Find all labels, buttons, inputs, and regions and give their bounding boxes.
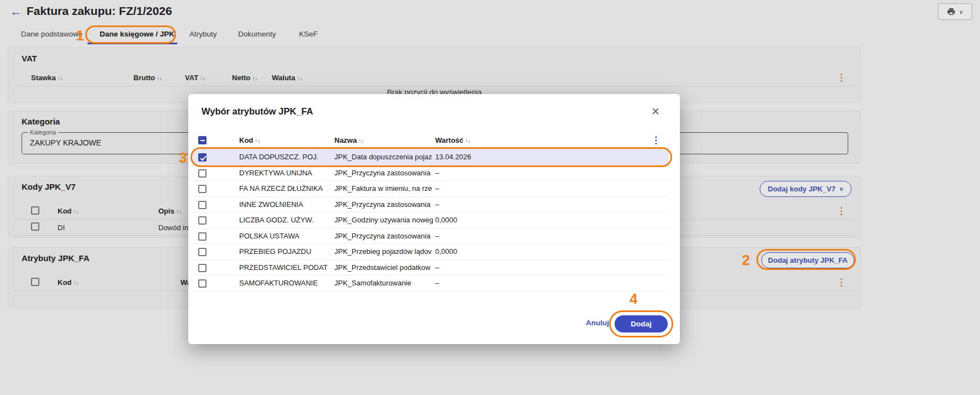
column-label: Kod: [239, 136, 253, 144]
attribute-row[interactable]: SAMOFAKTUROWANIE JPK_Samofakturowanie –: [193, 276, 669, 292]
row-checkbox[interactable]: [198, 264, 207, 272]
cell-kod: INNE ZWOLNIENIA: [239, 197, 332, 213]
column-label: Nazwa: [334, 136, 357, 144]
dialog-table-header: Kod↑↓ Nazwa↑↓ Wartość↑↓ ⋮: [193, 132, 669, 149]
cell-wartosc: –: [435, 276, 439, 292]
cell-wartosc: –: [435, 165, 439, 181]
cell-nazwa: JPK_Przyczyna zastosowania: [334, 165, 433, 181]
attribute-row[interactable]: FA NA RZECZ DŁUŻNIKA JPK_Faktura w imien…: [193, 181, 669, 197]
cell-kod: FA NA RZECZ DŁUŻNIKA: [239, 181, 332, 197]
attribute-row[interactable]: DYREKTYWA UNIJNA JPK_Przyczyna zastosowa…: [193, 165, 669, 181]
cell-kod: LICZBA GODZ. UŻYW.: [239, 212, 332, 228]
close-icon[interactable]: ✕: [651, 105, 660, 118]
row-checkbox[interactable]: [198, 185, 207, 193]
cell-wartosc: –: [435, 228, 439, 245]
select-all-checkbox[interactable]: [198, 136, 207, 144]
sort-icon: ↑↓: [465, 138, 471, 144]
row-checkbox[interactable]: [198, 153, 207, 162]
cell-kod: POLSKA USTAWA: [239, 228, 332, 245]
sort-icon: ↑↓: [358, 138, 364, 144]
cell-nazwa: JPK_Przyczyna zastosowania: [334, 228, 433, 245]
attribute-row[interactable]: DATA DOPUSZCZ. POJ. JPK_Data dopuszczeni…: [193, 149, 669, 165]
cell-wartosc: 0,0000: [435, 212, 457, 228]
cell-kod: DATA DOPUSZCZ. POJ.: [239, 149, 332, 165]
cell-kod: PRZEBIEG POJAZDU: [239, 244, 332, 260]
screen: ← Faktura zakupu: FZ/1/2026 ∨ Dane podst…: [0, 0, 980, 395]
cell-wartosc: 0,0000: [435, 244, 457, 260]
attribute-row[interactable]: LICZBA GODZ. UŻYW. JPK_Godziny używania …: [193, 212, 669, 228]
attribute-row[interactable]: PRZEDSTAWICIEL PODAT JPK_Przedstawiciel …: [193, 260, 669, 276]
cell-nazwa: JPK_Przedstawiciel podatkow: [334, 260, 433, 276]
cell-kod: SAMOFAKTUROWANIE: [239, 276, 332, 292]
attribute-row[interactable]: PRZEBIEG POJAZDU JPK_Przebieg pojazdów l…: [193, 244, 669, 260]
attribute-row[interactable]: POLSKA USTAWA JPK_Przyczyna zastosowania…: [193, 228, 669, 245]
cell-wartosc: –: [435, 197, 439, 213]
cell-kod: DYREKTYWA UNIJNA: [239, 165, 332, 181]
cell-nazwa: JPK_Przyczyna zastosowania: [334, 197, 433, 213]
cell-wartosc: –: [435, 181, 439, 197]
dodaj-submit-button[interactable]: Dodaj: [615, 315, 668, 332]
cell-nazwa: JPK_Faktura w imieniu, na rze: [334, 181, 433, 197]
attribute-row[interactable]: INNE ZWOLNIENIA JPK_Przyczyna zastosowan…: [193, 197, 669, 213]
row-checkbox[interactable]: [198, 169, 207, 178]
column-header-wartosc[interactable]: Wartość↑↓: [435, 136, 471, 144]
dialog-table-menu-icon[interactable]: ⋮: [651, 134, 661, 146]
row-checkbox[interactable]: [198, 232, 207, 241]
row-checkbox[interactable]: [198, 201, 207, 209]
cancel-button[interactable]: Anuluj: [586, 319, 609, 327]
dialog-title: Wybór atrybutów JPK_FA: [202, 106, 313, 117]
cell-nazwa: JPK_Przebieg pojazdów lądov: [334, 244, 433, 260]
cell-nazwa: JPK_Data dopuszczenia pojaz: [334, 149, 433, 165]
column-header-kod[interactable]: Kod↑↓: [239, 136, 260, 144]
cell-nazwa: JPK_Godziny używania noweg: [334, 212, 433, 228]
cell-wartosc: 13.04.2026: [435, 149, 471, 165]
row-checkbox[interactable]: [198, 216, 207, 225]
sort-icon: ↑↓: [255, 138, 260, 144]
cell-kod: PRZEDSTAWICIEL PODAT: [239, 260, 332, 276]
cell-wartosc: –: [435, 260, 439, 276]
row-checkbox[interactable]: [198, 279, 207, 288]
jpk-fa-attributes-dialog: Wybór atrybutów JPK_FA ✕ Kod↑↓ Nazwa↑↓ W…: [188, 94, 680, 344]
cell-nazwa: JPK_Samofakturowanie: [334, 276, 433, 292]
column-label: Wartość: [435, 136, 463, 144]
row-checkbox[interactable]: [198, 248, 207, 256]
column-header-nazwa[interactable]: Nazwa↑↓: [334, 136, 364, 144]
